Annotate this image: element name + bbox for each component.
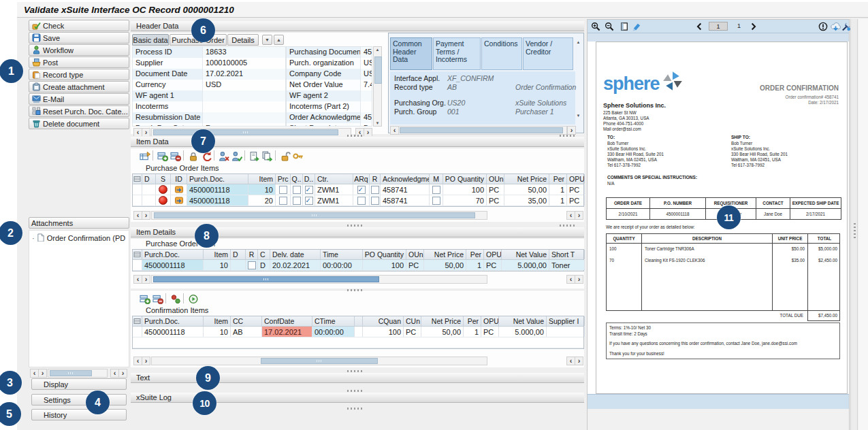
scroll-track[interactable] bbox=[151, 275, 487, 284]
remove-row-icon[interactable] bbox=[170, 150, 182, 162]
table-settings-icon[interactable] bbox=[139, 150, 151, 162]
sidebar-action-check[interactable]: Check bbox=[29, 20, 129, 31]
tab-vendor-creditor[interactable]: Vendor / Creditor bbox=[523, 37, 573, 70]
scroll-track[interactable] bbox=[151, 357, 487, 365]
unlock-icon[interactable] bbox=[279, 150, 291, 162]
tab-basic-data[interactable]: Basic data bbox=[132, 34, 169, 46]
splitter-handle[interactable] bbox=[347, 135, 364, 137]
scroll-right-arrow[interactable]: › bbox=[142, 357, 150, 365]
splitter-handle[interactable] bbox=[560, 135, 576, 137]
splitter-handle[interactable] bbox=[347, 370, 364, 372]
scroll-thumb[interactable] bbox=[50, 370, 92, 376]
approve-person-icon[interactable] bbox=[231, 150, 243, 162]
field-value[interactable] bbox=[361, 90, 372, 101]
field-value[interactable]: US2 bbox=[361, 58, 372, 69]
scroll-right-arrow[interactable]: › bbox=[142, 275, 150, 284]
scroll-right-arrow[interactable]: › bbox=[575, 275, 583, 284]
field-value[interactable] bbox=[203, 90, 285, 101]
splitter-handle[interactable] bbox=[347, 289, 364, 291]
checkbox-r[interactable] bbox=[370, 184, 381, 195]
sidebar-action-post[interactable]: Post bbox=[29, 56, 129, 68]
sidebar-action-save[interactable]: Save bbox=[29, 32, 129, 44]
fit-page-icon[interactable] bbox=[619, 21, 630, 32]
scroll-track[interactable] bbox=[151, 211, 487, 220]
table-row[interactable]: 450000111810AB17.02.202100:00:00100PC50,… bbox=[133, 327, 583, 337]
scroll-up-arrow[interactable]: ▲ bbox=[575, 40, 582, 44]
field-value[interactable]: 17.02.2021 bbox=[203, 69, 285, 80]
highlighter-icon[interactable] bbox=[631, 21, 642, 32]
tab-details[interactable]: Details bbox=[227, 34, 259, 46]
checkbox-q[interactable] bbox=[291, 195, 303, 205]
row-selector[interactable] bbox=[133, 327, 142, 337]
scroll-up-arrow[interactable]: ▲ bbox=[374, 48, 381, 52]
sidebar-action-e-mail[interactable]: E-Mail bbox=[29, 93, 129, 105]
fields-vscrollbar[interactable]: ▲ ▼ bbox=[373, 46, 382, 127]
tab-common-header-data[interactable]: Common Header Data bbox=[390, 37, 432, 70]
previous-page-icon[interactable] bbox=[694, 21, 705, 32]
page-number-input[interactable]: 1 bbox=[709, 22, 728, 31]
scroll-thumb[interactable] bbox=[154, 212, 475, 218]
checkbox-m[interactable] bbox=[430, 195, 443, 205]
tab-payment-terms[interactable]: Payment Terms / Incoterms bbox=[433, 37, 481, 70]
id-icon[interactable] bbox=[171, 195, 187, 205]
row-selector[interactable] bbox=[133, 184, 142, 195]
checkbox-d[interactable] bbox=[303, 195, 315, 205]
sidebar-action-workflow[interactable]: Workflow bbox=[29, 44, 129, 56]
field-value[interactable]: F bbox=[203, 123, 285, 127]
splitter-handle[interactable] bbox=[347, 225, 364, 227]
attachment-item[interactable]: · Order Confirmation (PD bbox=[29, 231, 129, 243]
zoom-in-icon[interactable] bbox=[590, 21, 601, 32]
reject-person-icon[interactable] bbox=[218, 150, 230, 162]
splitter-handle[interactable] bbox=[854, 222, 856, 238]
field-value[interactable] bbox=[361, 101, 372, 112]
execute-icon[interactable] bbox=[187, 293, 199, 305]
checkbox-arq[interactable] bbox=[353, 184, 370, 195]
field-value[interactable]: B bbox=[361, 123, 372, 127]
sidebar-action-record-type[interactable]: Record type bbox=[29, 69, 129, 80]
checkbox-prc[interactable] bbox=[276, 184, 291, 195]
splitter-handle[interactable] bbox=[560, 225, 576, 227]
checkbox-q[interactable] bbox=[291, 184, 303, 195]
checkbox-r[interactable] bbox=[370, 195, 381, 205]
checkbox-r[interactable] bbox=[246, 260, 258, 270]
field-value[interactable]: 18633 bbox=[203, 47, 285, 58]
scroll-thumb[interactable] bbox=[153, 129, 338, 135]
add-row-icon[interactable] bbox=[139, 293, 151, 305]
tab-conditions[interactable]: Conditions bbox=[481, 37, 522, 70]
splitter-handle[interactable] bbox=[347, 408, 364, 410]
sidebar-action-create-attachment[interactable]: Create attachment bbox=[29, 81, 129, 93]
scroll-right-arrow[interactable]: › bbox=[118, 369, 127, 378]
match-icon[interactable] bbox=[170, 293, 182, 305]
sidebar-action-delete-document[interactable]: Delete document bbox=[29, 118, 129, 129]
scroll-up-button[interactable]: ▲ bbox=[274, 35, 284, 45]
scroll-down-button[interactable]: ▼ bbox=[262, 35, 272, 45]
alert-icon[interactable] bbox=[818, 21, 829, 32]
key-icon[interactable] bbox=[292, 150, 304, 162]
scroll-right-arrow[interactable]: › bbox=[575, 211, 583, 220]
panel-splitter[interactable] bbox=[850, 19, 858, 430]
scroll-down-arrow[interactable]: ▼ bbox=[374, 121, 381, 125]
next-page-icon[interactable] bbox=[748, 21, 759, 32]
scroll-thumb[interactable] bbox=[374, 56, 382, 84]
settings-button[interactable]: Settings bbox=[31, 394, 127, 406]
attachments-header[interactable]: Attachments bbox=[29, 217, 129, 229]
add-row-icon[interactable] bbox=[157, 150, 169, 162]
field-value[interactable] bbox=[203, 101, 285, 112]
field-value[interactable]: 4587 bbox=[361, 112, 372, 123]
table-row[interactable]: 450000111810ZWM1458741100PC50,001PC bbox=[133, 184, 583, 195]
scroll-right-arrow[interactable]: › bbox=[575, 357, 583, 365]
scroll-thumb[interactable] bbox=[400, 127, 563, 133]
field-value[interactable]: 7.45 bbox=[361, 80, 372, 90]
zoom-out-icon[interactable] bbox=[604, 21, 615, 32]
scroll-right-arrow[interactable]: › bbox=[38, 369, 47, 378]
display-button[interactable]: Display bbox=[31, 378, 127, 390]
checkbox-m[interactable] bbox=[430, 184, 443, 195]
field-value[interactable]: 1000100005 bbox=[203, 58, 285, 69]
transfer-doc-icon[interactable] bbox=[248, 150, 261, 162]
remove-row-icon[interactable] bbox=[152, 293, 164, 305]
field-value[interactable]: USD bbox=[203, 80, 285, 90]
download-icon[interactable] bbox=[830, 21, 841, 32]
scroll-down-arrow[interactable]: ▼ bbox=[575, 114, 582, 118]
scroll-right-arrow[interactable]: › bbox=[567, 126, 576, 135]
splitter-handle[interactable] bbox=[347, 390, 364, 392]
